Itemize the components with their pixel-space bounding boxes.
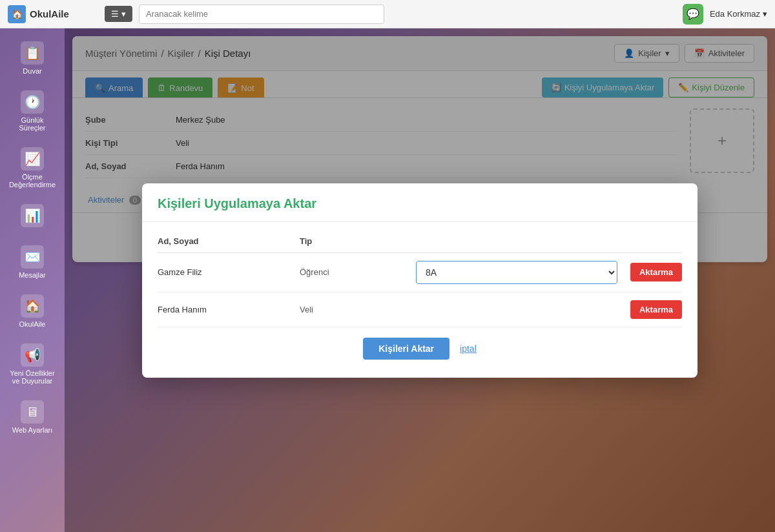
modal-overlay: Kişileri Uygulamaya Aktar Ad, Soyad Tip … [65, 28, 775, 532]
content-area: Müşteri Yönetimi / Kişiler / Kişi Detayı… [65, 28, 775, 532]
sidebar: 📋 Duvar 🕐 Günlük Süreçler 📈 Ölçme Değerl… [0, 28, 65, 532]
modal-dialog: Kişileri Uygulamaya Aktar Ad, Soyad Tip … [142, 183, 698, 378]
sidebar-item-label-olcme: Ölçme Değerlendirme [9, 173, 56, 189]
sidebar-item-duvar[interactable]: 📋 Duvar [4, 35, 61, 81]
top-navbar: 🏠 OkulAile ☰ ▾ 💬 Eda Korkmaz ▾ [0, 0, 775, 28]
kisiler-aktar-button[interactable]: Kişileri Aktar [363, 338, 450, 360]
modal-header: Kişileri Uygulamaya Aktar [142, 183, 698, 222]
sidebar-item-web[interactable]: 🖥 Web Ayarları [4, 394, 61, 440]
sidebar-item-label-okulaile: OkulAile [19, 320, 46, 328]
modal-table-header: Ad, Soyad Tip [158, 232, 682, 253]
col-header-action [617, 236, 682, 246]
class-select-row1[interactable]: 8A 8B 8C 7A 7B [416, 261, 617, 284]
row1-class-select-wrapper: 8A 8B 8C 7A 7B [416, 261, 617, 284]
sidebar-item-mesajlar[interactable]: ✉️ Mesajlar [4, 239, 61, 285]
user-chevron-icon: ▾ [763, 9, 767, 19]
sidebar-item-gunluk[interactable]: 🕐 Günlük Süreçler [4, 84, 61, 138]
sidebar-item-yeni[interactable]: 📢 Yeni Özellikler ve Duyurular [4, 337, 61, 391]
user-name: Eda Korkmaz [710, 9, 760, 19]
row2-name: Ferda Hanım [158, 305, 300, 314]
sidebar-item-okulaile[interactable]: 🏠 OkulAile [4, 288, 61, 334]
row2-action: Aktarma [617, 300, 682, 319]
table-row: Gamze Filiz Öğrenci 8A 8B 8C 7A 7B [158, 253, 682, 292]
main-layout: 📋 Duvar 🕐 Günlük Süreçler 📈 Ölçme Değerl… [0, 28, 775, 532]
iptal-button[interactable]: iptal [460, 343, 477, 354]
chat-icon[interactable]: 💬 [683, 4, 703, 25]
row1-action: Aktarma [617, 263, 682, 281]
menu-button[interactable]: ☰ ▾ [105, 6, 132, 22]
mesajlar-icon: ✉️ [21, 245, 44, 269]
row2-tip: Veli [300, 305, 416, 314]
menu-chevron-icon: ▾ [121, 9, 126, 19]
sidebar-item-label-gunluk: Günlük Süreçler [9, 116, 56, 132]
menu-icon: ☰ [111, 9, 119, 19]
sidebar-item-label-duvar: Duvar [23, 67, 41, 75]
logo-area: 🏠 OkulAile [8, 5, 98, 23]
olcme-icon: 📈 [21, 147, 44, 170]
modal-title: Kişileri Uygulamaya Aktar [158, 196, 682, 211]
app-name: OkulAile [30, 8, 69, 19]
sidebar-item-rapor[interactable]: 📊 [4, 198, 61, 236]
aktarma-button-row2[interactable]: Aktarma [630, 300, 682, 319]
okulaile-icon: 🏠 [21, 294, 44, 318]
sidebar-item-olcme[interactable]: 📈 Ölçme Değerlendirme [4, 141, 61, 195]
sidebar-item-label-web: Web Ayarları [12, 426, 53, 434]
row1-name: Gamze Filiz [158, 267, 300, 277]
search-input[interactable] [139, 5, 384, 24]
col-header-class [416, 236, 617, 246]
aktarma-button-row1[interactable]: Aktarma [630, 263, 682, 281]
row1-tip: Öğrenci [300, 267, 416, 277]
sidebar-item-label-mesajlar: Mesajlar [19, 271, 46, 279]
web-icon: 🖥 [21, 400, 44, 424]
col-header-tip: Tip [300, 236, 416, 246]
sidebar-item-label-yeni: Yeni Özellikler ve Duyurular [9, 369, 56, 385]
col-header-ad-soyad: Ad, Soyad [158, 236, 300, 246]
yeni-icon: 📢 [21, 343, 44, 367]
rapor-icon: 📊 [21, 204, 44, 227]
modal-footer: Kişileri Aktar iptal [158, 327, 682, 362]
duvar-icon: 📋 [21, 41, 44, 65]
user-menu[interactable]: Eda Korkmaz ▾ [710, 9, 767, 19]
modal-body: Ad, Soyad Tip Gamze Filiz Öğrenci 8A 8B [142, 222, 698, 378]
gunluk-icon: 🕐 [21, 90, 44, 114]
logo-icon: 🏠 [8, 5, 26, 23]
table-row: Ferda Hanım Veli Aktarma [158, 292, 682, 327]
